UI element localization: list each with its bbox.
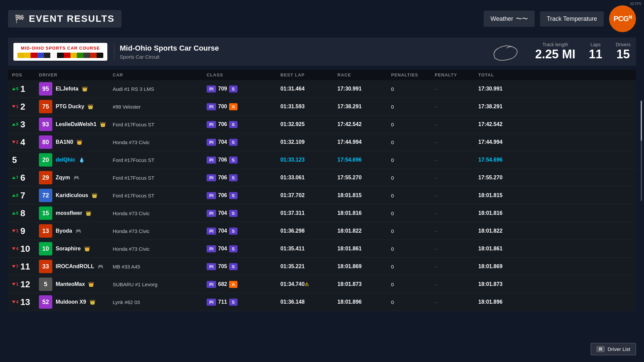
car-cell: Honda #73 Civic [113, 139, 207, 145]
total-cell: 17:55.270 [478, 175, 532, 181]
class-cell: PI 704 S [207, 228, 280, 235]
driver-name: Soraphire [56, 246, 81, 252]
table-row[interactable]: 6 8 15 mossflwer 👑 Honda #73 Civic PI 70… [8, 204, 636, 222]
pos-change-down: 7 [12, 264, 18, 269]
pos-change-down: 1 [12, 104, 18, 109]
class-badge: PI [207, 139, 216, 146]
track-badge-stripes [17, 53, 103, 58]
race-time-cell: 18:01.822 [337, 228, 391, 234]
car-number-badge: 5 [39, 278, 52, 291]
class-badge: PI [207, 210, 216, 217]
arrow-down-icon [12, 265, 15, 268]
track-temp-button[interactable]: Track Temperature [540, 11, 604, 26]
split-badge: S [229, 210, 237, 217]
driver-cell: 80 BA1N0 👑 [39, 135, 113, 149]
weather-button[interactable]: Weather 〜〜 [484, 11, 535, 27]
driver-name: Byoda [56, 228, 72, 234]
class-cell: PI 704 S [207, 210, 280, 217]
arrow-down-icon [12, 105, 15, 108]
split-badge: S [229, 139, 237, 146]
pos-change-val: 7 [16, 264, 18, 269]
table-row[interactable]: 7 11 33 IROCAndROLL 🎮 MB #33 A45 PI 705 … [8, 258, 636, 276]
car-cell: Ford #17Focus ST [113, 193, 207, 198]
car-cell: #98 Veloster [113, 104, 207, 110]
driver-icon: 💧 [79, 157, 85, 163]
stat-laps: Laps 11 [589, 42, 602, 61]
pos-change-down: 1 [12, 229, 18, 233]
table-row[interactable]: 7 6 29 Zqym 🎮 Ford #17Focus ST PI 706 S … [8, 169, 636, 187]
car-cell: Honda #73 Civic [113, 246, 207, 252]
split-badge: S [229, 85, 237, 93]
stripe-13 [97, 53, 103, 58]
driver-cell: 75 PTG Ducky 👑 [39, 100, 113, 113]
table-row[interactable]: 1 2 75 PTG Ducky 👑 #98 Veloster PI 700 A… [8, 98, 636, 116]
stripe-6 [50, 53, 57, 58]
driver-icon: 👑 [88, 282, 94, 287]
driver-name: ManteoMax [56, 281, 85, 287]
scroll-indicator[interactable] [641, 101, 642, 201]
driver-cell: 72 Karidiculous 👑 [39, 189, 113, 202]
pos-change-up: 9 [12, 86, 18, 91]
total-cell: 18:01.816 [478, 210, 532, 216]
scroll-thumb[interactable] [641, 101, 642, 141]
stripe-5 [44, 53, 51, 58]
driver-list-button[interactable]: R Driver List [591, 343, 636, 355]
pos-change-val: 8 [16, 193, 18, 198]
table-row[interactable]: 9 1 95 ELJefota 👑 Audi #1 RS 3 LMS PI 70… [8, 80, 636, 98]
table-body: 9 1 95 ELJefota 👑 Audi #1 RS 3 LMS PI 70… [8, 80, 636, 311]
driver-cell: 15 mossflwer 👑 [39, 206, 113, 220]
best-lap-cell: 01:35.221 [280, 263, 337, 269]
table-row[interactable]: 2 4 80 BA1N0 👑 Honda #73 Civic PI 704 S … [8, 133, 636, 151]
table-row[interactable]: 1 12 5 ManteoMax 👑 SUBARU #1 Levorg PI 6… [8, 276, 636, 293]
class-cell: PI 705 S [207, 263, 280, 270]
best-lap-cell: 01:34.740⚠ [280, 281, 337, 287]
pos-cell: 7 6 [12, 173, 39, 183]
arrow-down-icon [12, 141, 15, 143]
total-cell: 18:01.861 [478, 246, 532, 252]
stripe-9 [70, 53, 77, 58]
arrow-down-icon [12, 283, 15, 286]
pos-change-down: 2 [12, 140, 18, 144]
race-time-cell: 18:01.869 [337, 263, 391, 269]
stripe-4 [37, 53, 44, 58]
driver-cell: 95 ELJefota 👑 [39, 82, 113, 96]
driver-name: IROCAndROLL [56, 263, 94, 269]
arrow-up-icon [12, 212, 15, 215]
car-cell: Audi #1 RS 3 LMS [113, 86, 207, 92]
class-cell: PI 704 S [207, 139, 280, 146]
penalties-cell: 0 [391, 193, 435, 198]
race-time-cell: 18:01.815 [337, 192, 391, 198]
driver-icon: 🎮 [73, 175, 79, 180]
arrow-down-icon [12, 247, 15, 250]
table-row[interactable]: 4 10 10 Soraphire 👑 Honda #73 Civic PI 7… [8, 240, 636, 258]
header-left: 🏁 EVENT RESULTS [8, 10, 121, 27]
pos-number: 10 [20, 244, 30, 254]
pos-change-val: 1 [16, 282, 18, 287]
driver-name: ELJefota [56, 86, 78, 92]
penalty-cell: -- [435, 193, 478, 198]
arrow-up-icon [12, 123, 15, 126]
driver-name: Zqym [56, 175, 70, 181]
class-rating: 704 [218, 246, 227, 252]
stripe-3 [31, 53, 37, 58]
table-row[interactable]: 1 9 13 Byoda 🎮 Honda #73 Civic PI 704 S … [8, 222, 636, 240]
table-row[interactable]: 5 20 delQhic 💧 Ford #17Focus ST PI 706 S… [8, 151, 636, 169]
laps-value: 11 [589, 47, 602, 61]
table-row[interactable]: 4 13 52 Muldoon X9 👑 Lynk #62 03 PI 711 … [8, 293, 636, 311]
class-rating: 682 [218, 281, 227, 287]
class-rating: 705 [218, 263, 227, 269]
table-row[interactable]: 8 7 72 Karidiculous 👑 Ford #17Focus ST P… [8, 187, 636, 204]
best-lap-cell: 01:31.464 [280, 86, 337, 92]
driver-icon: 👑 [76, 139, 82, 145]
penalty-cell: -- [435, 282, 478, 287]
car-number-badge: 15 [39, 206, 52, 220]
header: 🏁 EVENT RESULTS Weather 〜〜 Track Tempera… [0, 0, 644, 38]
table-row[interactable]: 9 3 93 LeslieDaWelsh1 👑 Ford #17Focus ST… [8, 116, 636, 133]
penalty-cell: -- [435, 299, 478, 305]
race-time-cell: 18:01.896 [337, 299, 391, 305]
driver-cell: 29 Zqym 🎮 [39, 171, 113, 184]
car-cell: Honda #73 Civic [113, 210, 207, 216]
track-info-bar: MID-OHIO SPORTS CAR COURSE Mid-Ohio Spor… [8, 38, 636, 66]
total-cell: 17:54.696 [478, 157, 532, 163]
track-badge-name: MID-OHIO SPORTS CAR COURSE [17, 46, 103, 51]
